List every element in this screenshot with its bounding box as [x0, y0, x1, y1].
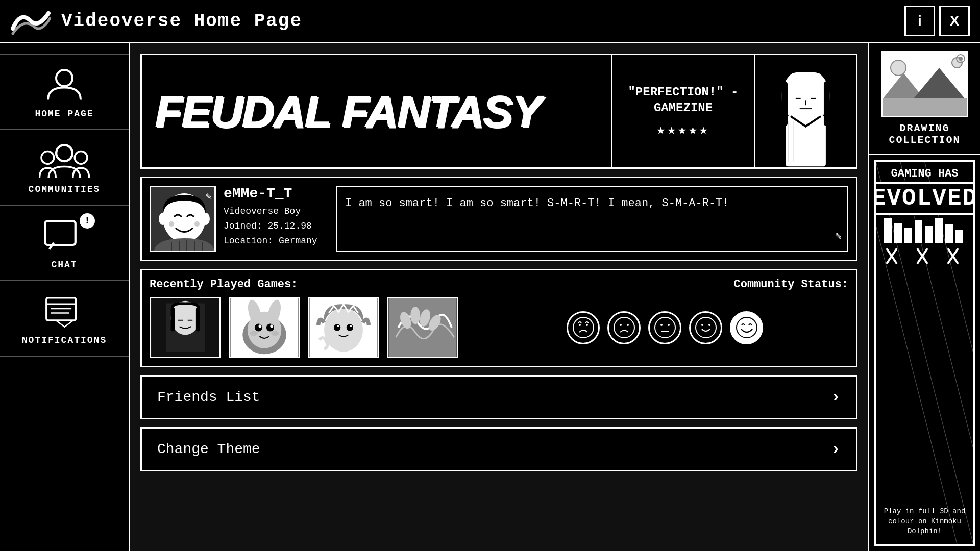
svg-point-44 — [259, 324, 262, 328]
sidebar-item-notifications[interactable]: NOTIFICATIONS — [0, 281, 129, 357]
home-icon — [39, 65, 90, 106]
ad-section: GAMING HAS EVOLVED — [874, 160, 975, 546]
content-area: FEUDAL FANTASY "PERFECTION!" - GAMEZINE … — [130, 43, 868, 551]
bio-text: I am so smart! I am so smart! S-M-R-T! I… — [345, 197, 729, 210]
svg-point-56 — [410, 307, 420, 324]
svg-point-65 — [655, 317, 675, 338]
game-review-section: "PERFECTION!" - GAMEZINE ★★★★★ — [611, 55, 754, 167]
ad-gaming-title: GAMING HAS — [891, 167, 958, 182]
svg-rect-88 — [925, 226, 933, 243]
sidebar-item-communities[interactable]: COMMUNITIES — [0, 130, 129, 206]
edit-bio-icon[interactable]: ✎ — [835, 229, 842, 245]
svg-point-69 — [696, 317, 716, 338]
svg-point-52 — [337, 325, 339, 327]
svg-rect-33 — [171, 307, 175, 332]
svg-point-61 — [586, 324, 588, 326]
mood-happy[interactable] — [689, 311, 722, 344]
sidebar-communities-label: COMMUNITIES — [29, 184, 101, 194]
logo-icon — [10, 6, 51, 36]
svg-rect-34 — [196, 307, 200, 332]
game-title: FEUDAL FANTASY — [155, 89, 541, 134]
game-thumb-2[interactable] — [229, 297, 300, 358]
svg-point-0 — [56, 70, 72, 86]
svg-point-47 — [271, 331, 279, 336]
friends-list-button[interactable]: Friends List › — [140, 375, 857, 419]
sidebar-chat-label: CHAT — [51, 260, 77, 270]
svg-point-24 — [194, 221, 200, 227]
mood-neutral[interactable] — [648, 311, 681, 344]
svg-point-62 — [614, 317, 634, 338]
svg-point-22 — [202, 213, 210, 225]
change-theme-button[interactable]: Change Theme › — [140, 427, 857, 471]
sidebar-item-home[interactable]: HOME PAGE — [0, 54, 129, 130]
sidebar-home-label: HOME PAGE — [35, 109, 93, 119]
svg-point-60 — [579, 324, 581, 326]
right-sidebar: DRAWINGCOLLECTION GAMING HAS EVOLVED — [868, 43, 980, 551]
community-status-area — [481, 311, 848, 344]
svg-rect-85 — [894, 223, 902, 243]
mood-very-sad[interactable] — [567, 311, 600, 344]
profile-location: Location: Germany — [224, 234, 326, 248]
game-thumb-4[interactable] — [387, 297, 458, 358]
game-thumb-3[interactable] — [308, 297, 379, 358]
svg-point-2 — [41, 151, 54, 164]
profile-username: eMMe-T_T — [224, 186, 326, 202]
close-button[interactable]: X — [939, 6, 970, 36]
svg-point-32 — [171, 301, 200, 335]
main-layout: HOME PAGE COMMUNITIES — [0, 43, 980, 551]
svg-rect-11 — [781, 81, 788, 127]
svg-point-66 — [660, 324, 663, 326]
info-button[interactable]: i — [904, 6, 935, 36]
drawing-preview — [881, 51, 968, 117]
friends-list-arrow: › — [831, 388, 841, 407]
mood-very-happy[interactable] — [730, 311, 763, 344]
game-character-art — [754, 55, 856, 167]
ad-sub-text: Play in full 3D and colour on Kinmoku Do… — [881, 504, 968, 539]
svg-point-46 — [250, 331, 258, 336]
recently-played-label: Recently Played Games: — [150, 278, 298, 291]
sidebar-notifications-label: NOTIFICATIONS — [22, 335, 107, 345]
svg-point-23 — [169, 221, 174, 227]
profile-joined: Joined: 25.12.98 — [224, 219, 326, 234]
chat-notification-badge: ! — [80, 213, 95, 229]
profile-bio: I am so smart! I am so smart! S-M-R-T! I… — [336, 186, 848, 252]
friends-list-label: Friends List — [157, 389, 260, 405]
svg-rect-90 — [945, 224, 953, 243]
game-title-section: FEUDAL FANTASY — [142, 55, 611, 167]
profile-left: ✎ eMMe-T_T Videoverse Boy Joined: 25.12.… — [150, 186, 326, 252]
title-bar-buttons: i X — [904, 6, 970, 36]
chat-icon: ! — [39, 216, 90, 257]
svg-point-63 — [620, 324, 622, 326]
svg-point-78 — [959, 57, 963, 61]
ad-evolved-text: EVOLVED — [874, 182, 975, 215]
games-header-row: Recently Played Games: Community Status: — [150, 278, 848, 291]
svg-point-64 — [627, 324, 629, 326]
notifications-icon — [39, 291, 90, 332]
mood-sad[interactable] — [607, 311, 641, 344]
svg-point-53 — [350, 325, 352, 327]
svg-rect-87 — [915, 220, 922, 243]
profile-section: ✎ eMMe-T_T Videoverse Boy Joined: 25.12.… — [140, 177, 857, 261]
sidebar: HOME PAGE COMMUNITIES — [0, 43, 130, 551]
games-section: Recently Played Games: Community Status: — [140, 269, 857, 367]
svg-rect-12 — [824, 81, 830, 127]
buttons-section: Friends List › Change Theme › — [140, 375, 857, 471]
game-stars: ★★★★★ — [656, 121, 709, 138]
svg-point-49 — [324, 308, 363, 352]
sidebar-item-chat[interactable]: ! CHAT — [0, 206, 129, 281]
change-theme-label: Change Theme — [157, 441, 260, 457]
svg-point-3 — [75, 151, 87, 164]
svg-point-59 — [573, 317, 594, 338]
svg-point-50 — [334, 324, 340, 331]
svg-point-43 — [266, 323, 274, 331]
svg-point-67 — [668, 324, 670, 326]
game-thumb-1[interactable] — [150, 297, 221, 358]
edit-avatar-icon[interactable]: ✎ — [206, 190, 212, 203]
game-banner: FEUDAL FANTASY "PERFECTION!" - GAMEZINE … — [140, 54, 857, 169]
games-content — [150, 297, 848, 358]
svg-point-10 — [781, 68, 830, 123]
svg-point-72 — [737, 317, 757, 338]
svg-rect-86 — [904, 228, 912, 243]
drawing-collection[interactable]: DRAWINGCOLLECTION — [869, 43, 980, 155]
drawing-collection-label: DRAWINGCOLLECTION — [889, 122, 960, 146]
